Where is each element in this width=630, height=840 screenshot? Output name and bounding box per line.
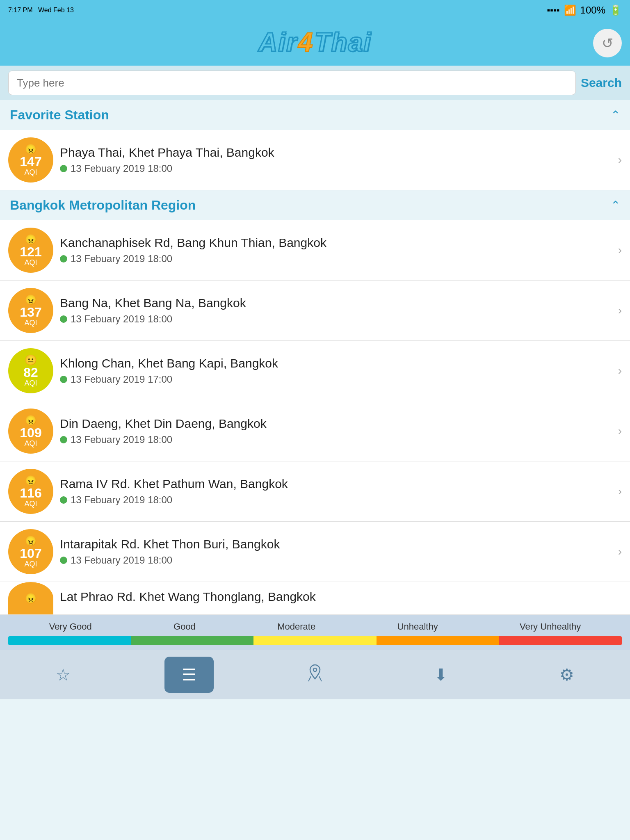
bangkok-section-title: Bangkok Metropolitan Region: [10, 198, 196, 213]
aqi-value: 147: [20, 155, 41, 168]
aqi-badge: 😠 109 AQI: [8, 409, 53, 454]
app-header: Air 4 Thai ↺: [0, 21, 630, 66]
app-logo: Air 4 Thai: [258, 27, 372, 57]
station-info: Khlong Chan, Khet Bang Kapi, Bangkok 13 …: [60, 356, 612, 385]
time-text: 13 Febuary 2019 18:00: [71, 253, 172, 265]
aqi-value: 107: [20, 547, 41, 560]
status-dot: [60, 376, 67, 383]
station-info: Kanchanaphisek Rd, Bang Khun Thian, Bang…: [60, 236, 612, 265]
search-button[interactable]: Search: [581, 76, 622, 90]
station-item[interactable]: 😠 121 AQI Kanchanaphisek Rd, Bang Khun T…: [0, 220, 630, 281]
station-time: 13 Febuary 2019 18:00: [60, 253, 612, 265]
status-dot: [60, 436, 67, 443]
list-icon: ☰: [182, 665, 196, 684]
status-icons: ▪▪▪▪ 📶 100% 🔋: [547, 5, 622, 16]
bangkok-section-header[interactable]: Bangkok Metropolitan Region ⌃: [0, 190, 630, 220]
aqi-label: AQI: [24, 379, 37, 388]
aqi-value: 121: [20, 245, 41, 258]
svg-point-0: [313, 668, 317, 671]
logo-4: 4: [298, 27, 314, 57]
aqi-label: AQI: [24, 560, 37, 568]
bangkok-chevron-icon: ⌃: [611, 199, 620, 212]
aqi-face-icon: 😠: [25, 234, 37, 245]
station-item[interactable]: 😠 109 AQI Din Daeng, Khet Din Daeng, Ban…: [0, 401, 630, 461]
station-item[interactable]: 😠 147 AQI Phaya Thai, Khet Phaya Thai, B…: [0, 130, 630, 190]
time-text: 13 Febuary 2019 18:00: [71, 494, 172, 506]
aqi-label: AQI: [24, 439, 37, 448]
legend-very-good: Very Good: [49, 621, 92, 632]
station-time: 13 Febuary 2019 17:00: [60, 374, 612, 385]
legend-moderate: Moderate: [277, 621, 315, 632]
aqi-face-icon: 😠: [25, 144, 37, 155]
status-time-date: 7:17 PM Wed Feb 13: [8, 7, 74, 14]
nav-download[interactable]: ⬇: [416, 657, 466, 693]
time-text: 13 Febuary 2019 18:00: [71, 434, 172, 445]
station-item[interactable]: 😠 116 AQI Rama IV Rd. Khet Pathum Wan, B…: [0, 461, 630, 522]
station-info: Intarapitak Rd. Khet Thon Buri, Bangkok …: [60, 537, 612, 566]
nav-list[interactable]: ☰: [164, 657, 214, 693]
station-item[interactable]: 😠 137 AQI Bang Na, Khet Bang Na, Bangkok…: [0, 281, 630, 341]
nav-favorites[interactable]: ☆: [39, 657, 88, 693]
legend-very-unhealthy: Very Unhealthy: [520, 621, 581, 632]
date: Wed Feb 13: [38, 7, 74, 14]
status-dot: [60, 496, 67, 504]
favorite-stations-list: 😠 147 AQI Phaya Thai, Khet Phaya Thai, B…: [0, 130, 630, 190]
download-icon: ⬇: [434, 665, 448, 684]
station-info: Lat Phrao Rd. Khet Wang Thonglang, Bangk…: [60, 590, 622, 607]
aqi-value: 137: [20, 306, 41, 319]
station-time: 13 Febuary 2019 18:00: [60, 163, 612, 174]
station-item-partial[interactable]: 😠 Lat Phrao Rd. Khet Wang Thonglang, Ban…: [0, 582, 630, 615]
aqi-face-icon: 😠: [25, 415, 37, 426]
station-name: Intarapitak Rd. Khet Thon Buri, Bangkok: [60, 537, 612, 551]
time-text: 13 Febuary 2019 18:00: [71, 555, 172, 566]
station-time: 13 Febuary 2019 18:00: [60, 555, 612, 566]
time-text: 13 Febuary 2019 18:00: [71, 313, 172, 325]
station-name: Lat Phrao Rd. Khet Wang Thonglang, Bangk…: [60, 590, 622, 604]
station-name: Phaya Thai, Khet Phaya Thai, Bangkok: [60, 146, 612, 160]
battery-icon: 🔋: [609, 5, 622, 16]
nav-map[interactable]: [290, 657, 340, 693]
aqi-face-icon: 😠: [25, 294, 37, 306]
refresh-button[interactable]: ↺: [593, 29, 622, 57]
aqi-label: AQI: [24, 168, 37, 177]
chevron-right-icon: ›: [618, 425, 622, 438]
station-item[interactable]: 😠 107 AQI Intarapitak Rd. Khet Thon Buri…: [0, 522, 630, 582]
search-input[interactable]: [8, 71, 576, 95]
legend-bar: Very Good Good Moderate Unhealthy Very U…: [0, 615, 630, 650]
aqi-face-icon: 😠: [25, 593, 37, 604]
aqi-label: AQI: [24, 258, 37, 267]
aqi-badge: 😠: [8, 582, 53, 615]
bangkok-stations-list: 😠 121 AQI Kanchanaphisek Rd, Bang Khun T…: [0, 220, 630, 615]
legend-labels: Very Good Good Moderate Unhealthy Very U…: [8, 621, 622, 632]
status-dot: [60, 315, 67, 323]
favorite-section-header[interactable]: Favorite Station ⌃: [0, 100, 630, 130]
aqi-badge: 😠 121 AQI: [8, 228, 53, 273]
station-name: Rama IV Rd. Khet Pathum Wan, Bangkok: [60, 477, 612, 491]
station-name: Khlong Chan, Khet Bang Kapi, Bangkok: [60, 356, 612, 370]
chevron-right-icon: ›: [618, 545, 622, 558]
station-time: 13 Febuary 2019 18:00: [60, 494, 612, 506]
aqi-face-icon: 😐: [25, 354, 37, 366]
legend-good: Good: [173, 621, 196, 632]
time-text: 13 Febuary 2019 17:00: [71, 374, 172, 385]
aqi-badge: 😠 116 AQI: [8, 469, 53, 514]
nav-settings[interactable]: ⚙: [542, 657, 591, 693]
aqi-face-icon: 😠: [25, 535, 37, 547]
station-name: Bang Na, Khet Bang Na, Bangkok: [60, 296, 612, 310]
station-info: Din Daeng, Khet Din Daeng, Bangkok 13 Fe…: [60, 417, 612, 445]
aqi-value: 116: [20, 486, 41, 500]
chevron-right-icon: ›: [618, 364, 622, 377]
aqi-value: 109: [20, 426, 41, 439]
logo-thai: Thai: [314, 27, 372, 57]
aqi-label: AQI: [24, 319, 37, 327]
aqi-badge: 😠 147 AQI: [8, 137, 53, 183]
bottom-nav: ☆ ☰ ⬇ ⚙: [0, 650, 630, 699]
aqi-value: 82: [23, 366, 38, 379]
chevron-right-icon: ›: [618, 244, 622, 257]
status-dot: [60, 557, 67, 564]
map-icon: [307, 664, 323, 686]
aqi-badge: 😠 107 AQI: [8, 529, 53, 574]
station-name: Kanchanaphisek Rd, Bang Khun Thian, Bang…: [60, 236, 612, 250]
station-item[interactable]: 😐 82 AQI Khlong Chan, Khet Bang Kapi, Ba…: [0, 341, 630, 401]
aqi-label: AQI: [24, 500, 37, 508]
